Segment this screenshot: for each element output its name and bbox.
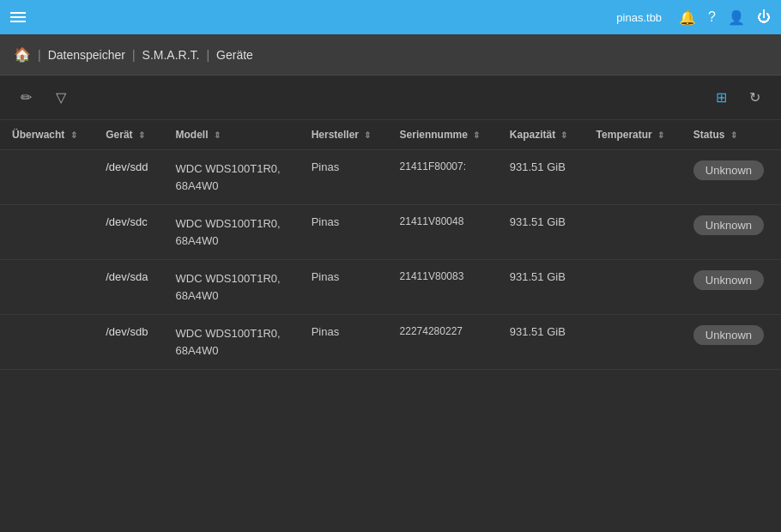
table-row[interactable]: /dev/sdc WDC WDS100T1R0,68A4W0 Pinas 214… (0, 205, 781, 260)
devices-table: Überwacht ⇕ Gerät ⇕ Modell ⇕ Hersteller … (0, 120, 781, 370)
cell-device: /dev/sdc (94, 205, 163, 260)
sort-icon-temperature: ⇕ (657, 130, 664, 140)
sort-icon-capacity: ⇕ (560, 130, 567, 140)
grid-icon: ⊞ (716, 89, 727, 106)
topbar-right: pinas.tbb 🔔 ? 👤 ⏻ (616, 9, 771, 26)
table-row[interactable]: /dev/sdb WDC WDS100T1R0,68A4W0 Pinas 222… (0, 315, 781, 370)
filter-button[interactable]: ▽ (49, 84, 73, 111)
cell-device: /dev/sda (94, 260, 163, 315)
col-status[interactable]: Status ⇕ (681, 120, 781, 150)
cell-monitored (0, 150, 94, 205)
toolbar: ✏ ▽ ⊞ ↻ (0, 76, 781, 120)
cell-manufacturer: Pinas (300, 150, 388, 205)
sort-icon-device: ⇕ (138, 130, 145, 140)
toolbar-actions-left: ✏ ▽ (14, 84, 73, 111)
table-body: /dev/sdd WDC WDS100T1R0,68A4W0 Pinas 214… (0, 150, 781, 370)
breadcrumb-geraete[interactable]: Geräte (216, 48, 253, 62)
cell-temperature (584, 205, 681, 260)
cell-model: WDC WDS100T1R0,68A4W0 (164, 315, 300, 370)
cell-capacity: 931.51 GiB (498, 315, 584, 370)
table-row[interactable]: /dev/sdd WDC WDS100T1R0,68A4W0 Pinas 214… (0, 150, 781, 205)
cell-monitored (0, 260, 94, 315)
breadcrumb-datenspeicher[interactable]: Datenspeicher (48, 48, 125, 62)
power-icon[interactable]: ⏻ (757, 9, 771, 25)
help-icon[interactable]: ? (708, 9, 716, 25)
col-monitored[interactable]: Überwacht ⇕ (0, 120, 94, 150)
cell-status: Unknown (681, 205, 781, 260)
cell-capacity: 931.51 GiB (498, 150, 584, 205)
cell-capacity: 931.51 GiB (498, 260, 584, 315)
status-badge: Unknown (693, 270, 764, 290)
user-icon[interactable]: 👤 (728, 9, 745, 26)
col-capacity[interactable]: Kapazität ⇕ (498, 120, 584, 150)
cell-manufacturer: Pinas (300, 205, 388, 260)
cell-serial: 21411V80048 (388, 205, 498, 260)
cell-model: WDC WDS100T1R0,68A4W0 (164, 150, 300, 205)
edit-icon: ✏ (21, 89, 32, 106)
edit-button[interactable]: ✏ (14, 84, 39, 111)
cell-temperature (584, 150, 681, 205)
toolbar-actions-right: ⊞ ↻ (709, 84, 767, 111)
filter-icon: ▽ (56, 89, 66, 106)
cell-temperature (584, 260, 681, 315)
col-model[interactable]: Modell ⇕ (164, 120, 300, 150)
sort-icon-status: ⇕ (730, 130, 737, 140)
status-badge: Unknown (693, 215, 764, 235)
topbar: pinas.tbb 🔔 ? 👤 ⏻ (0, 0, 781, 34)
cell-serial: 22274280227 (388, 315, 498, 370)
devices-table-container: Überwacht ⇕ Gerät ⇕ Modell ⇕ Hersteller … (0, 120, 781, 370)
cell-serial: 21411F80007: (388, 150, 498, 205)
cell-capacity: 931.51 GiB (498, 205, 584, 260)
breadcrumb: 🏠 | Datenspeicher | S.M.A.R.T. | Geräte (0, 34, 781, 76)
notifications-icon[interactable]: 🔔 (679, 9, 696, 26)
sort-icon-model: ⇕ (214, 130, 221, 140)
col-temperature[interactable]: Temperatur ⇕ (584, 120, 681, 150)
cell-model: WDC WDS100T1R0,68A4W0 (164, 260, 300, 315)
cell-status: Unknown (681, 150, 781, 205)
cell-temperature (584, 315, 681, 370)
status-badge: Unknown (693, 325, 764, 345)
menu-icon[interactable] (10, 12, 26, 22)
sort-icon-monitored: ⇕ (70, 130, 77, 140)
sort-icon-manufacturer: ⇕ (364, 130, 371, 140)
cell-device: /dev/sdb (94, 315, 163, 370)
cell-status: Unknown (681, 260, 781, 315)
table-header: Überwacht ⇕ Gerät ⇕ Modell ⇕ Hersteller … (0, 120, 781, 150)
breadcrumb-smart[interactable]: S.M.A.R.T. (142, 48, 200, 62)
refresh-button[interactable]: ↻ (742, 84, 767, 111)
col-manufacturer[interactable]: Hersteller ⇕ (300, 120, 388, 150)
cell-device: /dev/sdd (94, 150, 163, 205)
sort-icon-serial: ⇕ (473, 130, 480, 140)
cell-monitored (0, 315, 94, 370)
topbar-left (10, 12, 26, 22)
cell-status: Unknown (681, 315, 781, 370)
cell-manufacturer: Pinas (300, 260, 388, 315)
username-label: pinas.tbb (616, 11, 662, 24)
refresh-icon: ↻ (749, 89, 760, 106)
status-badge: Unknown (693, 160, 764, 180)
cell-serial: 21411V80083 (388, 260, 498, 315)
table-row[interactable]: /dev/sda WDC WDS100T1R0,68A4W0 Pinas 214… (0, 260, 781, 315)
col-device[interactable]: Gerät ⇕ (94, 120, 163, 150)
cell-model: WDC WDS100T1R0,68A4W0 (164, 205, 300, 260)
col-serial[interactable]: Seriennumme ⇕ (388, 120, 498, 150)
cell-monitored (0, 205, 94, 260)
cell-manufacturer: Pinas (300, 315, 388, 370)
home-icon[interactable]: 🏠 (14, 46, 31, 63)
grid-view-button[interactable]: ⊞ (709, 84, 734, 111)
